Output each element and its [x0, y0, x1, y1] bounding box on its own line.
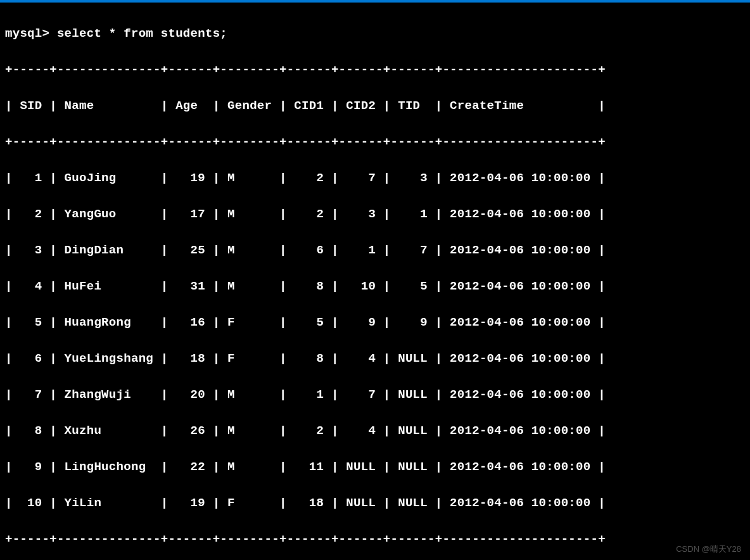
table-row: | 7 | ZhangWuji | 20 | M | 1 | 7 | NULL … [5, 386, 745, 404]
table-header: | SID | Name | Age | Gender | CID1 | CID… [5, 97, 745, 115]
table-row: | 2 | YangGuo | 17 | M | 2 | 3 | 1 | 201… [5, 205, 745, 224]
table-row: | 10 | YiLin | 19 | F | 18 | NULL | NULL… [5, 494, 745, 512]
terminal-output[interactable]: mysql> select * from students; +-----+--… [0, 3, 750, 560]
table-row: | 3 | DingDian | 25 | M | 6 | 1 | 7 | 20… [5, 241, 745, 260]
table-row: | 4 | HuFei | 31 | M | 8 | 10 | 5 | 2012… [5, 277, 745, 296]
sql-statement: select * from students; [57, 27, 227, 41]
table-row: | 8 | Xuzhu | 26 | M | 2 | 4 | NULL | 20… [5, 422, 745, 440]
mysql-prompt: mysql> [5, 27, 57, 41]
table-row: | 5 | HuangRong | 16 | F | 5 | 9 | 9 | 2… [5, 314, 745, 332]
table-border: +-----+--------------+------+--------+--… [5, 530, 745, 549]
table-border: +-----+--------------+------+--------+--… [5, 61, 745, 79]
table-row: | 1 | GuoJing | 19 | M | 2 | 7 | 3 | 201… [5, 169, 745, 188]
table-row: | 6 | YueLingshang | 18 | F | 8 | 4 | NU… [5, 350, 745, 368]
table-border: +-----+--------------+------+--------+--… [5, 133, 745, 151]
query-line-1: mysql> select * from students; [5, 25, 745, 43]
watermark-text: CSDN @晴天Y28 [676, 543, 741, 556]
table-row: | 9 | LingHuchong | 22 | M | 11 | NULL |… [5, 458, 745, 476]
